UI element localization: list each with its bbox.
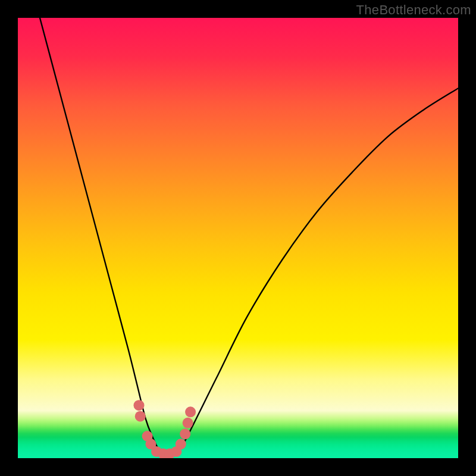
chart-frame: TheBottleneck.com xyxy=(0,0,476,476)
highlight-dot xyxy=(183,418,193,428)
highlight-dot xyxy=(185,406,196,417)
highlight-dots xyxy=(134,400,196,458)
highlight-dot xyxy=(180,428,190,439)
watermark-text: TheBottleneck.com xyxy=(356,2,471,18)
bottleneck-curve xyxy=(40,18,458,455)
plot-area xyxy=(18,18,458,458)
curve-layer xyxy=(18,18,458,458)
highlight-dot xyxy=(134,400,145,411)
highlight-dot xyxy=(176,439,186,449)
highlight-dot xyxy=(135,411,146,422)
